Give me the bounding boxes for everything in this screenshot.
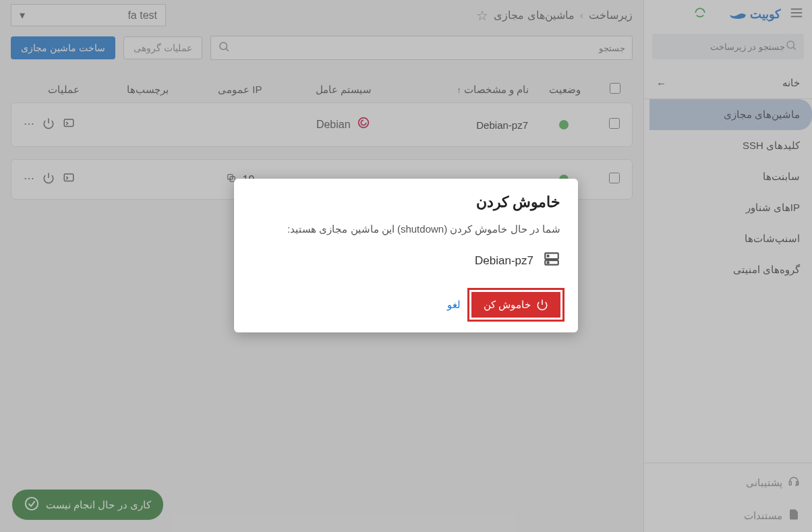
modal-description: شما در حال خاموش کردن (shutdown) این ماش…	[252, 223, 560, 235]
vm-icon	[543, 250, 560, 272]
shutdown-confirm-button[interactable]: خاموش کن	[471, 292, 560, 318]
modal-title: خاموش کردن	[252, 194, 560, 211]
modal-overlay[interactable]: خاموش کردن شما در حال خاموش کردن (shutdo…	[0, 0, 812, 532]
shutdown-modal: خاموش کردن شما در حال خاموش کردن (shutdo…	[234, 179, 578, 332]
cancel-button[interactable]: لغو	[447, 299, 461, 311]
modal-vm-row: Debian-pz7	[252, 250, 560, 272]
svg-point-19	[548, 256, 549, 257]
svg-point-20	[548, 262, 549, 263]
modal-vm-name: Debian-pz7	[475, 254, 533, 268]
confirm-label: خاموش کن	[484, 299, 531, 311]
